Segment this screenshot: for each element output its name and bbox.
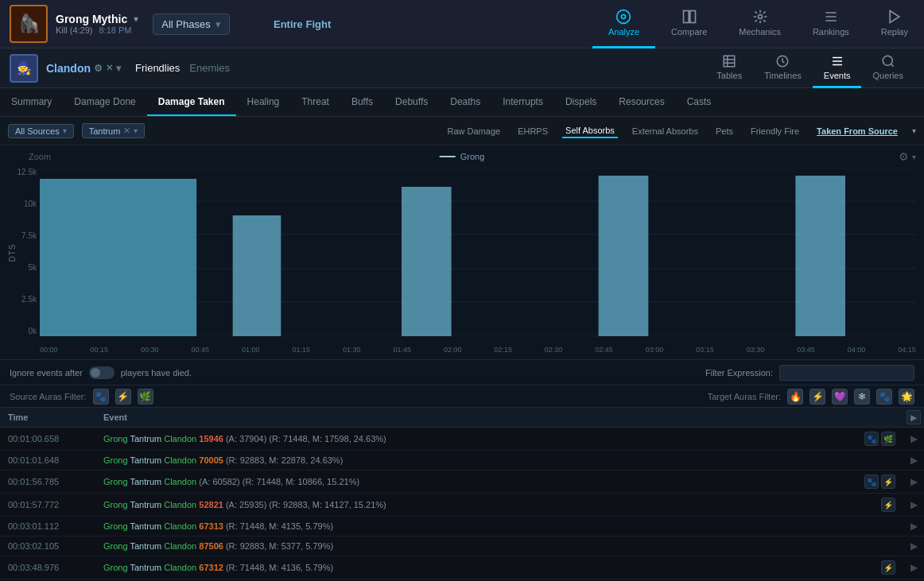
event-arrow[interactable]: ▶ <box>903 517 924 536</box>
target-aura-icon-2[interactable]: ⚡ <box>809 389 825 405</box>
event-arrow[interactable]: ▶ <box>903 451 924 471</box>
sub-tab-tables[interactable]: Tables <box>705 48 753 88</box>
tab-enemies[interactable]: Enemies <box>189 62 230 74</box>
svg-rect-3 <box>690 11 696 23</box>
event-arrow[interactable]: ▶ <box>903 471 924 494</box>
row-icon: ⚡ <box>881 498 895 512</box>
taken-from-source-arrow[interactable]: ▾ <box>912 126 916 135</box>
table-row[interactable]: 00:01:57.772 Grong Tantrum Clandon 52821… <box>0 494 924 517</box>
tab-casts[interactable]: Casts <box>676 88 723 116</box>
filter-options-right: Raw Damage EHRPS Self Absorbs External A… <box>445 124 917 138</box>
toggle-switch[interactable] <box>89 366 115 379</box>
svg-rect-22 <box>599 176 649 336</box>
nav-btn-mechanics[interactable]: Mechanics <box>723 0 797 48</box>
x-label-12: 03:00 <box>646 346 664 354</box>
ability-close[interactable]: ✕ <box>123 126 130 136</box>
event-arrow[interactable]: ▶ <box>903 556 924 579</box>
table-row[interactable]: 00:03:48.976 Grong Tantrum Clandon 67312… <box>0 556 924 579</box>
player-close-icon[interactable]: ✕ <box>106 63 113 73</box>
x-label-13: 03:15 <box>696 346 714 354</box>
filter-external-absorbs[interactable]: External Absorbs <box>629 125 701 138</box>
x-label-10: 02:30 <box>545 346 563 354</box>
expand-btn[interactable]: ▶ <box>907 410 921 424</box>
settings-arrow: ▾ <box>912 153 916 161</box>
tab-summary[interactable]: Summary <box>0 88 63 116</box>
events-icon <box>830 54 844 68</box>
source-aura-icon-3[interactable]: 🌿 <box>138 389 153 405</box>
y-label-0: 12.5k <box>17 168 37 176</box>
filter-ehrps[interactable]: EHRPS <box>514 125 551 138</box>
svg-rect-6 <box>724 56 736 67</box>
target-aura-icon-3[interactable]: 💜 <box>832 389 848 405</box>
sub-tab-queries[interactable]: Queries <box>861 48 914 88</box>
filter-pets[interactable]: Pets <box>712 125 736 138</box>
table-row[interactable]: 00:01:01.648 Grong Tantrum Clandon 70005… <box>0 451 924 471</box>
filter-self-absorbs[interactable]: Self Absorbs <box>562 124 618 138</box>
source-filter[interactable]: All Sources ▾ <box>8 124 74 138</box>
chart-settings-btn[interactable]: ⚙ ▾ <box>899 150 916 163</box>
tab-bar: Summary Damage Done Damage Taken Healing… <box>0 88 924 117</box>
filter-taken-from-source[interactable]: Taken From Source <box>813 125 901 138</box>
tab-resources[interactable]: Resources <box>608 88 675 116</box>
chart-legend-label: Grong <box>460 152 485 161</box>
y-label-5: 0k <box>28 327 37 335</box>
table-row[interactable]: 00:03:02.105 Grong Tantrum Clandon 87506… <box>0 536 924 556</box>
player-arrow[interactable]: ▾ <box>116 63 121 74</box>
table-header-row: Time Event ▶ <box>0 408 924 428</box>
boss-name-arrow[interactable]: ▾ <box>134 14 138 25</box>
event-arrow[interactable]: ▶ <box>903 536 924 556</box>
svg-point-0 <box>617 10 631 24</box>
target-aura-icon-5[interactable]: 🐾 <box>876 389 892 405</box>
tab-friendlies[interactable]: Friendlies <box>135 62 180 74</box>
tab-debuffs[interactable]: Debuffs <box>384 88 439 116</box>
x-label-4: 01:00 <box>242 346 260 354</box>
nav-btn-replay[interactable]: Replay <box>865 0 924 48</box>
top-nav: 🦍 Grong Mythic ▾ Kill (4:29) 8:18 PM All… <box>0 0 924 48</box>
filter-expr-label: Filter Expression: <box>705 368 773 378</box>
target-aura-icon-4[interactable]: ❄ <box>854 389 870 405</box>
col-header-time: Time <box>0 408 95 428</box>
y-labels: 12.5k 10k 7.5k 5k 2.5k 0k <box>13 168 37 335</box>
chart-svg[interactable] <box>40 168 916 336</box>
table-row[interactable]: 00:01:56.785 Grong Tantrum Clandon (A: 6… <box>0 471 924 494</box>
tab-healing[interactable]: Healing <box>236 88 291 116</box>
target-aura-icon-1[interactable]: 🔥 <box>787 389 803 405</box>
x-label-6: 01:30 <box>343 346 361 354</box>
tab-deaths[interactable]: Deaths <box>439 88 491 116</box>
source-aura-icon-1[interactable]: 🐾 <box>93 389 109 405</box>
filter-raw-damage[interactable]: Raw Damage <box>445 125 504 138</box>
row-icon: ⚡ <box>881 474 895 489</box>
player-gear-icon[interactable]: ⚙ <box>94 63 103 74</box>
rankings-icon <box>823 9 839 25</box>
col-header-event: Event <box>95 408 856 428</box>
nav-btn-compare[interactable]: Compare <box>655 0 723 48</box>
svg-rect-21 <box>402 187 452 336</box>
col-header-nav[interactable]: ▶ <box>903 408 924 428</box>
sub-tab-events[interactable]: Events <box>813 48 862 88</box>
source-aura-icon-2[interactable]: ⚡ <box>115 389 131 405</box>
boss-info: Grong Mythic ▾ Kill (4:29) 8:18 PM <box>56 13 138 35</box>
tab-threat[interactable]: Threat <box>290 88 340 116</box>
target-aura-icon-6[interactable]: 🌟 <box>899 389 914 405</box>
event-arrow[interactable]: ▶ <box>903 494 924 517</box>
source-arrow: ▾ <box>63 126 67 135</box>
phase-selector[interactable]: All Phases ▾ <box>153 14 229 35</box>
nav-btn-rankings[interactable]: Rankings <box>797 0 865 48</box>
tab-damage-done[interactable]: Damage Done <box>63 88 146 116</box>
event-time: 00:01:56.785 <box>0 471 95 494</box>
sub-tab-timelines[interactable]: Timelines <box>753 48 813 88</box>
ability-filter[interactable]: Tantrum ✕ ▾ <box>82 123 146 138</box>
x-labels: 00:00 00:15 00:30 00:45 01:00 01:15 01:3… <box>40 340 916 359</box>
table-row[interactable]: 00:03:01.112 Grong Tantrum Clandon 67313… <box>0 517 924 536</box>
table-row[interactable]: 00:01:00.658 Grong Tantrum Clandon 15946… <box>0 428 924 451</box>
tab-damage-taken[interactable]: Damage Taken <box>147 88 236 116</box>
x-label-15: 03:45 <box>797 346 815 354</box>
event-arrow[interactable]: ▶ <box>903 428 924 451</box>
filter-friendly-fire[interactable]: Friendly Fire <box>747 125 802 138</box>
tab-interrupts[interactable]: Interrupts <box>491 88 554 116</box>
filter-expr-input[interactable] <box>779 365 914 381</box>
tab-dispels[interactable]: Dispels <box>554 88 608 116</box>
row-icon: 🐾 <box>864 474 879 489</box>
nav-btn-analyze[interactable]: Analyze <box>592 0 655 48</box>
tab-buffs[interactable]: Buffs <box>340 88 384 116</box>
